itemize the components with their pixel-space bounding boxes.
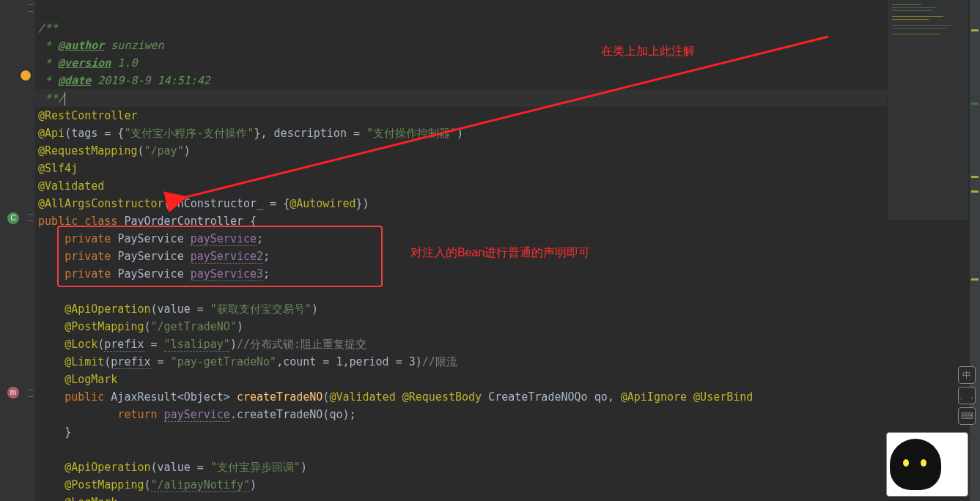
param-label: count = xyxy=(283,355,336,368)
doc-comment: /** xyxy=(38,21,58,34)
fold-handle-icon[interactable] xyxy=(28,4,34,12)
keyword: return xyxy=(117,408,157,421)
field-ref: payService xyxy=(164,408,230,422)
doc-comment: * xyxy=(38,74,58,87)
param: qo xyxy=(594,390,608,404)
ime-lang-button[interactable]: 中 xyxy=(958,366,976,384)
annotation: @Slf4j xyxy=(38,162,78,175)
paren: ) xyxy=(230,338,237,351)
paren: }) xyxy=(356,197,369,210)
annotation: @Api xyxy=(38,127,65,140)
paren: ( xyxy=(144,478,151,491)
intention-bulb-icon[interactable] xyxy=(21,70,31,81)
ime-shape-button[interactable]: ⌨ xyxy=(958,407,976,425)
comma: , xyxy=(276,355,283,368)
dot: . xyxy=(230,408,237,421)
minimap[interactable] xyxy=(888,0,968,220)
ime-panel[interactable]: 中 。， ⌨ xyxy=(958,366,977,428)
annotation: @ApiOperation xyxy=(65,303,150,316)
annotation: @Validated xyxy=(38,179,104,193)
paren: (value = xyxy=(151,461,210,474)
cat-eye-icon xyxy=(903,459,909,467)
string: "支付操作控制器" xyxy=(366,127,457,140)
gutter[interactable]: C m xyxy=(0,0,35,501)
param-label: onConstructor_ = { xyxy=(171,197,290,210)
annotation: @RequestBody xyxy=(402,390,482,404)
method-call: createTradeNO xyxy=(237,408,323,421)
string: "/getTradeNO" xyxy=(151,320,237,333)
caret xyxy=(65,92,65,105)
cat-eye-icon xyxy=(921,459,926,467)
doc-comment xyxy=(38,92,45,105)
eq: = xyxy=(144,338,164,351)
param-label: tags = { xyxy=(71,127,124,140)
annotation: @PostMapping xyxy=(65,478,144,491)
fold-handle-icon[interactable] xyxy=(28,390,34,397)
string: "pay-getTradeNo" xyxy=(171,355,277,368)
doc-comment: * xyxy=(38,56,58,70)
annotation: @RequestMapping xyxy=(38,144,137,157)
paren: ) xyxy=(301,461,307,474)
scroll-marker-warn[interactable] xyxy=(971,278,979,281)
doc-text: sunziwen xyxy=(104,39,163,52)
annotation: @UserBind xyxy=(693,390,753,404)
param-label: }, description = xyxy=(254,127,367,140)
cat-body xyxy=(890,439,941,490)
param-label: period = xyxy=(349,355,408,368)
scroll-marker-warn[interactable] xyxy=(971,176,979,178)
param-label: prefix xyxy=(104,338,144,352)
annotation: @AllArgsConstructor xyxy=(38,197,164,210)
doc-tag: @author xyxy=(58,39,104,52)
method-gutter-icon[interactable]: m xyxy=(7,387,19,398)
paren: ( xyxy=(144,320,151,333)
paren: ) xyxy=(237,320,243,333)
string: "/pay" xyxy=(144,144,184,157)
annotation-note-box: 对注入的Bean进行普通的声明即可 xyxy=(410,245,590,261)
annotation: @LogMark xyxy=(65,496,117,501)
annotation: @LogMark xyxy=(65,373,117,386)
paren: ) xyxy=(416,355,422,368)
paren: ( xyxy=(164,197,171,210)
annotation-note-top: 在类上加上此注解 xyxy=(601,44,695,59)
type: AjaxResult<Object> xyxy=(111,390,230,404)
string: "支付宝小程序-支付操作" xyxy=(124,127,254,140)
scroll-marker-warn[interactable] xyxy=(971,190,979,193)
line-comment: //限流 xyxy=(422,355,457,368)
doc-comment: * xyxy=(38,39,58,52)
paren: ) xyxy=(184,144,191,157)
paren: ); xyxy=(342,408,355,421)
annotation: @RestController xyxy=(38,109,137,122)
doc-tag: @date xyxy=(58,74,91,87)
type: CreateTradeNOQo xyxy=(488,390,587,404)
class-gutter-icon[interactable]: C xyxy=(7,212,19,224)
arg: qo xyxy=(329,408,342,421)
string: "/alipayNotify" xyxy=(151,478,250,492)
param-label: prefix xyxy=(111,355,150,369)
string: "支付宝异步回调" xyxy=(210,461,301,474)
fold-handle-icon[interactable] xyxy=(28,214,34,221)
annotation: @ApiIgnore xyxy=(621,390,687,404)
ime-punct-button[interactable]: 。， xyxy=(958,387,976,404)
number: 3 xyxy=(409,355,416,368)
doc-text: 1.0 xyxy=(111,56,137,70)
scroll-marker-ok[interactable] xyxy=(971,103,979,105)
annotation: @Autowired xyxy=(290,197,355,210)
eq: = xyxy=(151,355,171,368)
paren: ( xyxy=(104,355,111,368)
paren: ) xyxy=(250,478,257,491)
doc-close: **/ xyxy=(45,92,65,105)
scroll-marker-warn[interactable] xyxy=(971,29,979,31)
paren: ( xyxy=(65,127,71,140)
paren: (value = xyxy=(151,303,210,316)
paren: ( xyxy=(137,144,144,157)
doc-tag: @version xyxy=(58,56,111,70)
code-editor[interactable]: C m /** * @author sunziwen * @version 1.… xyxy=(0,0,887,501)
string: "lsalipay" xyxy=(164,338,230,352)
doc-text: 2019-8-9 14:51:42 xyxy=(91,74,210,87)
annotation: @Lock xyxy=(65,338,97,351)
comma: , xyxy=(608,390,621,404)
paren: ) xyxy=(457,127,463,140)
annotation: @PostMapping xyxy=(65,320,144,333)
desktop-pet-widget[interactable] xyxy=(886,432,968,497)
brace: } xyxy=(65,426,71,439)
